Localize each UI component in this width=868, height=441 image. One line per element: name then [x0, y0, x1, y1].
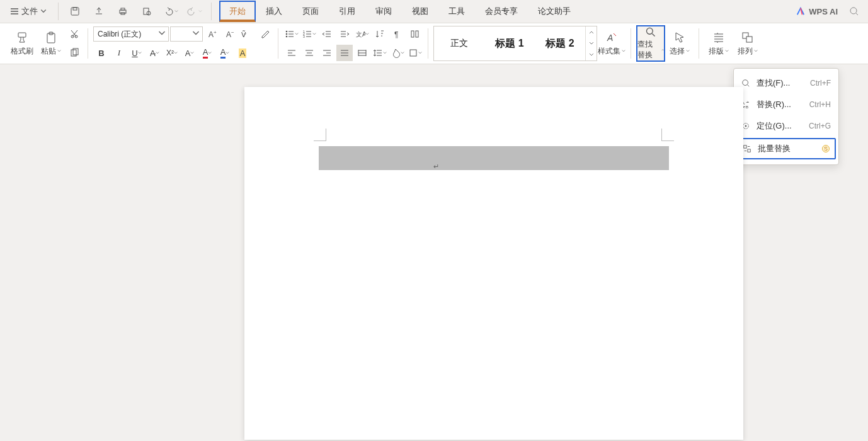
select-label: 选择: [670, 46, 685, 57]
group-layout: 排版 排列: [699, 23, 767, 64]
style-heading2[interactable]: 标题 2: [535, 26, 585, 60]
document-page[interactable]: ↵: [244, 87, 743, 440]
svg-text:−: −: [231, 30, 234, 35]
font-size-select[interactable]: [170, 26, 203, 42]
italic-button[interactable]: I: [111, 45, 127, 61]
bullet-list-button[interactable]: [283, 26, 300, 42]
superscript-button[interactable]: X²: [164, 45, 180, 61]
print-button[interactable]: [114, 3, 132, 20]
tab-view[interactable]: 视图: [402, 1, 438, 22]
show-marks-button[interactable]: ¶: [389, 26, 406, 42]
align-center-button[interactable]: [301, 45, 317, 61]
menu-find-label: 查找(F)...: [757, 77, 790, 89]
decrease-indent-button[interactable]: [319, 26, 335, 42]
borders-button[interactable]: [407, 45, 423, 61]
menu-replace[interactable]: AB 替换(R)... Ctrl+H: [734, 94, 838, 115]
text-selection[interactable]: [319, 146, 669, 170]
chevron-down-icon: [754, 49, 758, 53]
tab-thesis[interactable]: 论文助手: [528, 1, 581, 22]
copy-button[interactable]: [66, 44, 83, 62]
font-name-value: Calibri (正文): [98, 29, 141, 40]
text-effects-button[interactable]: A: [181, 45, 198, 61]
wps-ai-label: WPS AI: [809, 7, 838, 16]
format-painter-button[interactable]: 格式刷: [8, 25, 37, 62]
chevron-down-icon: [401, 51, 404, 55]
menu-goto[interactable]: 定位(G)... Ctrl+G: [734, 115, 838, 137]
style-heading1[interactable]: 标题 1: [484, 26, 535, 60]
font-color2-button[interactable]: A: [217, 45, 233, 61]
arrange-icon: [741, 31, 755, 45]
tab-insert[interactable]: 插入: [256, 1, 292, 22]
global-search-button[interactable]: [845, 3, 863, 20]
shading-button[interactable]: [389, 45, 406, 61]
styles-gallery[interactable]: 正文 标题 1 标题 2: [433, 26, 597, 61]
styles-scroll[interactable]: [585, 26, 597, 60]
tab-review[interactable]: 审阅: [365, 1, 402, 22]
menu-find[interactable]: 查找(F)... Ctrl+F: [734, 72, 838, 94]
columns-button[interactable]: [407, 26, 423, 42]
paste-label: 粘贴: [41, 46, 56, 57]
layout-button[interactable]: 排版: [704, 25, 733, 62]
find-replace-label: 查找替换: [637, 39, 660, 60]
save-button[interactable]: [66, 3, 84, 20]
file-menu[interactable]: 文件: [5, 3, 52, 20]
svg-rect-28: [411, 31, 414, 37]
svg-rect-0: [71, 8, 79, 15]
sort-button[interactable]: [372, 26, 388, 42]
tab-member[interactable]: 会员专享: [475, 1, 528, 22]
highlight-button[interactable]: A: [234, 45, 251, 61]
text-direction-button[interactable]: 文A: [354, 26, 370, 42]
style-set-button[interactable]: A 样式集: [597, 25, 626, 62]
wps-ai-button[interactable]: WPS AI: [796, 7, 838, 16]
underline-button[interactable]: U: [128, 45, 145, 61]
number-list-button[interactable]: 123: [301, 26, 317, 42]
grow-font-button[interactable]: A+: [204, 26, 220, 42]
undo-button[interactable]: [162, 3, 180, 20]
bold-button[interactable]: B: [93, 45, 110, 61]
clipboard-icon: [44, 31, 58, 45]
menu-batch-replace[interactable]: 批量替换 S: [736, 138, 836, 159]
chevron-down-icon: [418, 51, 422, 55]
export-button[interactable]: [90, 3, 108, 20]
redo-button[interactable]: [186, 3, 203, 20]
align-right-button[interactable]: [319, 45, 335, 61]
menu-goto-shortcut: Ctrl+G: [809, 122, 831, 130]
font-color-button[interactable]: A: [199, 45, 215, 61]
ribbon-tabs: 开始 插入 页面 引用 审阅 视图 工具 会员专享 论文助手: [219, 1, 581, 22]
style-normal[interactable]: 正文: [434, 26, 484, 60]
tab-page[interactable]: 页面: [292, 1, 329, 22]
ribbon: 格式刷 粘贴 Calibri (正文) A+ A−: [0, 23, 868, 64]
svg-point-21: [286, 33, 288, 35]
chevron-down-icon: [192, 30, 200, 37]
svg-text:文A: 文A: [356, 31, 365, 38]
tab-tools[interactable]: 工具: [438, 1, 475, 22]
clear-format-button[interactable]: [257, 26, 273, 42]
tab-home[interactable]: 开始: [219, 1, 256, 22]
batch-replace-icon: [743, 144, 751, 153]
arrange-button[interactable]: 排列: [733, 25, 762, 62]
strikethrough-button[interactable]: A̶: [146, 45, 163, 61]
premium-badge-icon: S: [822, 145, 830, 152]
chevron-down-icon: [226, 51, 229, 55]
change-case-button[interactable]: Ṽ: [239, 26, 256, 42]
chevron-down-icon: [383, 51, 387, 55]
font-name-select[interactable]: Calibri (正文): [93, 26, 169, 42]
chevron-down-icon: [174, 51, 178, 55]
chevron-down-icon: [686, 49, 690, 53]
cut-button[interactable]: [66, 25, 83, 43]
paste-button[interactable]: 粘贴: [37, 25, 66, 62]
distribute-button[interactable]: [354, 45, 370, 61]
chevron-down-icon: [725, 49, 729, 53]
tab-references[interactable]: 引用: [329, 1, 365, 22]
line-spacing-button[interactable]: [372, 45, 388, 61]
print-preview-button[interactable]: [138, 3, 156, 20]
align-justify-button[interactable]: [336, 45, 353, 61]
file-label: 文件: [21, 6, 38, 17]
align-left-button[interactable]: [283, 45, 300, 61]
increase-indent-button[interactable]: [336, 26, 353, 42]
shrink-font-button[interactable]: A−: [222, 26, 238, 42]
find-replace-button[interactable]: 查找替换: [636, 25, 665, 62]
select-button[interactable]: 选择: [665, 25, 694, 62]
svg-point-7: [850, 8, 857, 14]
chevron-down-icon: [295, 32, 299, 36]
